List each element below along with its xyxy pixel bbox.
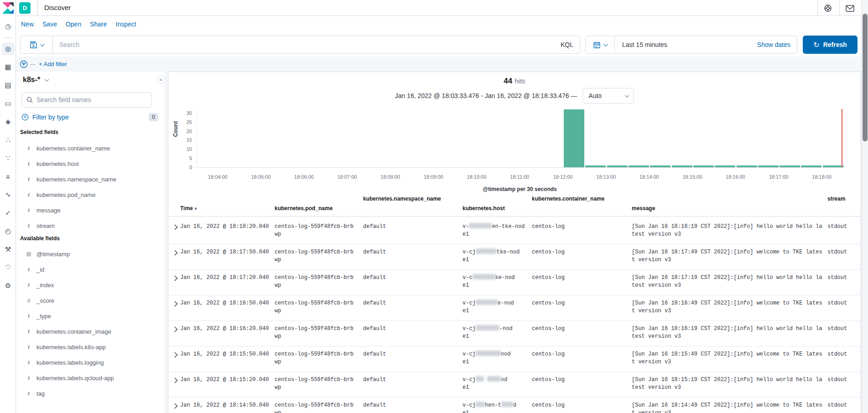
- histogram-bar[interactable]: [693, 165, 714, 167]
- histogram-bar[interactable]: [629, 165, 649, 167]
- field-item-kubernetes.pod_name[interactable]: tkubernetes.pod_name: [20, 190, 157, 200]
- field-item-kubernetes.labels.qcloud-app[interactable]: tkubernetes.labels.qcloud-app: [20, 373, 157, 383]
- search-icon: [26, 97, 33, 103]
- field-name: kubernetes.labels.logging: [36, 359, 104, 366]
- field-item-_id[interactable]: t_id: [20, 264, 157, 274]
- index-pattern-select[interactable]: k8s-*: [23, 76, 48, 84]
- saved-query-menu-button[interactable]: [21, 36, 53, 53]
- field-item-_type[interactable]: t_type: [20, 311, 157, 321]
- space-badge[interactable]: D: [19, 2, 31, 14]
- column-header-kubernetes-namespace-name[interactable]: kubernetes.namespace_name: [363, 196, 441, 202]
- cell-message: [Sun Jan 16 18:17:19 CST 2022]:[info] he…: [632, 274, 822, 289]
- cell-time: Jan 16, 2022 @ 18:14:50.040: [180, 402, 269, 409]
- string-field-icon: t: [25, 281, 32, 289]
- histogram-bar[interactable]: [650, 165, 670, 167]
- dev-tools-icon[interactable]: ⚒: [2, 243, 15, 256]
- filter-by-type[interactable]: Filter by type 0: [21, 112, 158, 122]
- dashboard-icon[interactable]: ▤: [2, 79, 15, 92]
- histogram-bar[interactable]: [564, 109, 584, 167]
- field-item-message[interactable]: tmessage: [20, 205, 157, 215]
- histogram-bar[interactable]: [715, 165, 735, 167]
- column-header-kubernetes-pod-name[interactable]: kubernetes.pod_name: [275, 205, 333, 212]
- recently-viewed-icon[interactable]: ◷: [2, 20, 15, 33]
- field-name: kubernetes.namespace_name: [36, 176, 116, 183]
- date-quick-menu-button[interactable]: [586, 36, 615, 53]
- field-item-_score[interactable]: #_score: [20, 295, 157, 305]
- elastic-logo[interactable]: [2, 2, 14, 14]
- maps-icon[interactable]: ◈: [2, 115, 15, 128]
- sort-desc-icon[interactable]: ▾: [195, 206, 197, 211]
- nav-link-share[interactable]: Share: [90, 21, 107, 28]
- time-range-value[interactable]: Last 15 minutes: [615, 41, 757, 48]
- logs-icon[interactable]: ≡: [2, 170, 15, 183]
- nav-link-inspect[interactable]: Inspect: [116, 21, 136, 28]
- graph-icon[interactable]: ∵: [2, 152, 15, 165]
- filter-icon[interactable]: [20, 60, 28, 68]
- apm-icon[interactable]: ◴: [2, 225, 15, 237]
- expand-row-icon[interactable]: [172, 326, 178, 332]
- expand-row-icon[interactable]: [172, 403, 178, 409]
- expand-row-icon[interactable]: [172, 275, 178, 281]
- column-header-kubernetes-host[interactable]: kubernetes.host: [463, 205, 505, 212]
- field-item-@timestamp[interactable]: ⊞@timestamp: [20, 249, 157, 259]
- histogram-chart[interactable]: [196, 109, 843, 168]
- help-icon[interactable]: [822, 3, 833, 14]
- string-field-icon: t: [25, 312, 32, 320]
- histogram-bar[interactable]: [737, 165, 757, 167]
- field-item-kubernetes.labels.k8s-app[interactable]: tkubernetes.labels.k8s-app: [20, 342, 157, 352]
- field-item-kubernetes.host[interactable]: tkubernetes.host: [20, 159, 157, 169]
- uptime-icon[interactable]: ✓: [2, 206, 15, 219]
- field-item-_index[interactable]: t_index: [20, 280, 157, 290]
- expand-row-icon[interactable]: [172, 224, 178, 230]
- field-search-input[interactable]: [36, 96, 147, 103]
- visualize-icon[interactable]: ▦: [2, 61, 15, 73]
- column-header-time[interactable]: Time▾: [180, 205, 197, 212]
- field-item-kubernetes.labels.logging[interactable]: tkubernetes.labels.logging: [20, 357, 157, 367]
- interval-select[interactable]: Auto: [582, 88, 634, 103]
- string-field-icon: t: [25, 390, 32, 397]
- field-item-kubernetes.namespace_name[interactable]: tkubernetes.namespace_name: [20, 174, 157, 184]
- management-icon[interactable]: ⚙: [2, 279, 15, 292]
- histogram-bar[interactable]: [585, 165, 606, 167]
- canvas-icon[interactable]: ▭: [2, 97, 15, 110]
- histogram-bar[interactable]: [823, 165, 843, 167]
- kibana-discover-page: ◷◎▦▤▭◈∴∵≡∿✓◴⚒♡⚙ D Discover NewSaveOpenSh…: [0, 0, 868, 413]
- expand-row-icon[interactable]: [172, 301, 178, 307]
- field-item-kubernetes.container_name[interactable]: tkubernetes.container_name: [20, 143, 157, 153]
- histogram-bar[interactable]: [672, 165, 692, 167]
- column-header-kubernetes-container-name[interactable]: kubernetes.container_name: [532, 196, 604, 202]
- page-scrollbar[interactable]: [861, 0, 868, 413]
- column-header-message[interactable]: message: [632, 205, 655, 212]
- field-item-tag[interactable]: ttag: [20, 388, 157, 398]
- machine-learning-icon[interactable]: ∴: [2, 134, 15, 146]
- query-language-button[interactable]: KQL: [554, 41, 580, 48]
- show-dates-link[interactable]: Show dates: [757, 41, 797, 48]
- nav-link-open[interactable]: Open: [66, 21, 81, 28]
- cell-host: v-cjtke-node1: [463, 248, 520, 264]
- add-filter-link[interactable]: + Add filter: [39, 61, 67, 67]
- date-field-icon: ⊞: [25, 251, 32, 258]
- histogram-bar[interactable]: [780, 165, 800, 167]
- expand-row-icon[interactable]: [172, 250, 178, 256]
- histogram-bar[interactable]: [801, 165, 821, 167]
- histogram-bar[interactable]: [607, 165, 628, 167]
- column-header-stream[interactable]: stream: [827, 196, 845, 202]
- scrollbar-thumb[interactable]: [863, 14, 868, 141]
- metrics-icon[interactable]: ∿: [2, 188, 15, 201]
- discover-icon[interactable]: ◎: [2, 42, 15, 55]
- mail-icon[interactable]: [844, 3, 855, 14]
- refresh-button[interactable]: ↻ Refresh: [803, 36, 858, 54]
- field-item-stream[interactable]: tstream: [20, 221, 157, 231]
- collapse-sidebar-button[interactable]: «: [156, 75, 165, 84]
- nav-link-save[interactable]: Save: [42, 21, 57, 28]
- histogram-bar[interactable]: [758, 165, 779, 167]
- nav-link-new[interactable]: New: [21, 21, 34, 28]
- field-item-kubernetes.container_image[interactable]: tkubernetes.container_image: [20, 326, 157, 336]
- string-field-icon: t: [25, 206, 32, 214]
- search-input[interactable]: [53, 41, 554, 48]
- expand-row-icon[interactable]: [172, 352, 178, 358]
- expand-row-icon[interactable]: [172, 377, 178, 383]
- chevron-down-icon: [45, 77, 49, 82]
- field-name: kubernetes.container_image: [36, 328, 111, 335]
- stack-monitoring-icon[interactable]: ♡: [2, 261, 15, 274]
